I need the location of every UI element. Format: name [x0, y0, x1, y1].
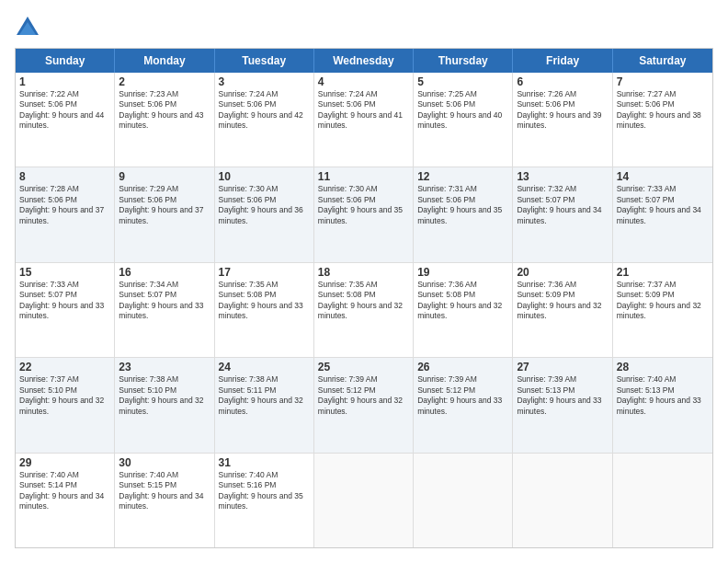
day-number: 16: [119, 266, 210, 279]
cell-info: Sunrise: 7:24 AM Sunset: 5:06 PM Dayligh…: [318, 89, 409, 132]
day-number: 31: [219, 456, 310, 469]
calendar-day-30: 30 Sunrise: 7:40 AM Sunset: 5:15 PM Dayl…: [115, 454, 214, 547]
logo-icon: [15, 15, 40, 40]
calendar-week-4: 22 Sunrise: 7:37 AM Sunset: 5:10 PM Dayl…: [16, 358, 712, 453]
calendar-empty-cell: [613, 454, 712, 547]
calendar-body: 1 Sunrise: 7:22 AM Sunset: 5:06 PM Dayli…: [16, 73, 712, 547]
day-number: 20: [517, 266, 608, 279]
day-number: 21: [617, 266, 709, 279]
calendar-day-17: 17 Sunrise: 7:35 AM Sunset: 5:08 PM Dayl…: [215, 263, 314, 357]
cell-info: Sunrise: 7:40 AM Sunset: 5:15 PM Dayligh…: [119, 470, 210, 512]
cell-info: Sunrise: 7:40 AM Sunset: 5:16 PM Dayligh…: [219, 470, 310, 512]
calendar-empty-cell: [513, 454, 612, 547]
day-number: 9: [119, 170, 210, 183]
calendar-week-3: 15 Sunrise: 7:33 AM Sunset: 5:07 PM Dayl…: [16, 263, 712, 358]
calendar-empty-cell: [314, 454, 414, 547]
calendar-week-1: 1 Sunrise: 7:22 AM Sunset: 5:06 PM Dayli…: [16, 73, 712, 167]
calendar-day-11: 11 Sunrise: 7:30 AM Sunset: 5:06 PM Dayl…: [314, 167, 414, 261]
cell-info: Sunrise: 7:35 AM Sunset: 5:08 PM Dayligh…: [219, 280, 310, 322]
cell-info: Sunrise: 7:39 AM Sunset: 5:12 PM Dayligh…: [417, 374, 508, 417]
cell-info: Sunrise: 7:40 AM Sunset: 5:13 PM Dayligh…: [617, 374, 709, 417]
calendar-day-16: 16 Sunrise: 7:34 AM Sunset: 5:07 PM Dayl…: [115, 263, 214, 357]
header-day-friday: Friday: [513, 49, 612, 73]
day-number: 7: [617, 75, 709, 88]
calendar-day-12: 12 Sunrise: 7:31 AM Sunset: 5:06 PM Dayl…: [414, 167, 513, 261]
calendar-day-31: 31 Sunrise: 7:40 AM Sunset: 5:16 PM Dayl…: [215, 454, 314, 547]
header-day-saturday: Saturday: [613, 49, 712, 73]
cell-info: Sunrise: 7:40 AM Sunset: 5:14 PM Dayligh…: [19, 470, 110, 512]
cell-info: Sunrise: 7:39 AM Sunset: 5:12 PM Dayligh…: [318, 374, 409, 417]
cell-info: Sunrise: 7:37 AM Sunset: 5:10 PM Dayligh…: [19, 374, 110, 417]
day-number: 25: [318, 361, 409, 373]
calendar-day-29: 29 Sunrise: 7:40 AM Sunset: 5:14 PM Dayl…: [16, 454, 115, 547]
calendar-day-2: 2 Sunrise: 7:23 AM Sunset: 5:06 PM Dayli…: [115, 73, 214, 167]
day-number: 27: [517, 361, 608, 373]
cell-info: Sunrise: 7:31 AM Sunset: 5:06 PM Dayligh…: [417, 184, 508, 226]
calendar-day-28: 28 Sunrise: 7:40 AM Sunset: 5:13 PM Dayl…: [613, 358, 712, 452]
day-number: 8: [19, 170, 110, 183]
cell-info: Sunrise: 7:22 AM Sunset: 5:06 PM Dayligh…: [19, 89, 110, 132]
header-day-monday: Monday: [115, 49, 214, 73]
calendar-day-22: 22 Sunrise: 7:37 AM Sunset: 5:10 PM Dayl…: [16, 358, 115, 452]
day-number: 14: [617, 170, 709, 183]
day-number: 29: [19, 456, 110, 469]
logo: [15, 15, 44, 40]
calendar-day-9: 9 Sunrise: 7:29 AM Sunset: 5:06 PM Dayli…: [115, 167, 214, 261]
cell-info: Sunrise: 7:35 AM Sunset: 5:08 PM Dayligh…: [318, 280, 409, 322]
day-number: 2: [119, 75, 210, 88]
day-number: 12: [417, 170, 508, 183]
day-number: 10: [219, 170, 310, 183]
cell-info: Sunrise: 7:28 AM Sunset: 5:06 PM Dayligh…: [19, 184, 110, 226]
header-day-thursday: Thursday: [414, 49, 513, 73]
header: [15, 15, 713, 40]
calendar-day-15: 15 Sunrise: 7:33 AM Sunset: 5:07 PM Dayl…: [16, 263, 115, 357]
day-number: 28: [617, 361, 709, 373]
header-day-tuesday: Tuesday: [215, 49, 314, 73]
day-number: 1: [19, 75, 110, 88]
cell-info: Sunrise: 7:37 AM Sunset: 5:09 PM Dayligh…: [617, 280, 709, 322]
calendar: SundayMondayTuesdayWednesdayThursdayFrid…: [15, 48, 713, 548]
day-number: 3: [219, 75, 310, 88]
cell-info: Sunrise: 7:23 AM Sunset: 5:06 PM Dayligh…: [119, 89, 210, 132]
calendar-header: SundayMondayTuesdayWednesdayThursdayFrid…: [16, 49, 712, 73]
calendar-day-1: 1 Sunrise: 7:22 AM Sunset: 5:06 PM Dayli…: [16, 73, 115, 167]
cell-info: Sunrise: 7:34 AM Sunset: 5:07 PM Dayligh…: [119, 280, 210, 322]
cell-info: Sunrise: 7:30 AM Sunset: 5:06 PM Dayligh…: [219, 184, 310, 226]
cell-info: Sunrise: 7:36 AM Sunset: 5:09 PM Dayligh…: [517, 280, 608, 322]
day-number: 22: [19, 361, 110, 373]
calendar-day-8: 8 Sunrise: 7:28 AM Sunset: 5:06 PM Dayli…: [16, 167, 115, 261]
day-number: 17: [219, 266, 310, 279]
day-number: 19: [417, 266, 508, 279]
day-number: 30: [119, 456, 210, 469]
calendar-day-19: 19 Sunrise: 7:36 AM Sunset: 5:08 PM Dayl…: [414, 263, 513, 357]
day-number: 24: [219, 361, 310, 373]
calendar-day-13: 13 Sunrise: 7:32 AM Sunset: 5:07 PM Dayl…: [513, 167, 612, 261]
cell-info: Sunrise: 7:32 AM Sunset: 5:07 PM Dayligh…: [517, 184, 608, 226]
cell-info: Sunrise: 7:38 AM Sunset: 5:11 PM Dayligh…: [219, 374, 310, 417]
cell-info: Sunrise: 7:29 AM Sunset: 5:06 PM Dayligh…: [119, 184, 210, 226]
cell-info: Sunrise: 7:36 AM Sunset: 5:08 PM Dayligh…: [417, 280, 508, 322]
day-number: 4: [318, 75, 409, 88]
day-number: 11: [318, 170, 409, 183]
calendar-empty-cell: [414, 454, 513, 547]
day-number: 23: [119, 361, 210, 373]
calendar-week-2: 8 Sunrise: 7:28 AM Sunset: 5:06 PM Dayli…: [16, 167, 712, 262]
cell-info: Sunrise: 7:38 AM Sunset: 5:10 PM Dayligh…: [119, 374, 210, 417]
day-number: 15: [19, 266, 110, 279]
cell-info: Sunrise: 7:33 AM Sunset: 5:07 PM Dayligh…: [617, 184, 709, 226]
calendar-day-4: 4 Sunrise: 7:24 AM Sunset: 5:06 PM Dayli…: [314, 73, 414, 167]
calendar-day-21: 21 Sunrise: 7:37 AM Sunset: 5:09 PM Dayl…: [613, 263, 712, 357]
calendar-day-14: 14 Sunrise: 7:33 AM Sunset: 5:07 PM Dayl…: [613, 167, 712, 261]
calendar-day-3: 3 Sunrise: 7:24 AM Sunset: 5:06 PM Dayli…: [215, 73, 314, 167]
page: SundayMondayTuesdayWednesdayThursdayFrid…: [0, 0, 728, 563]
day-number: 26: [417, 361, 508, 373]
cell-info: Sunrise: 7:30 AM Sunset: 5:06 PM Dayligh…: [318, 184, 409, 226]
calendar-day-26: 26 Sunrise: 7:39 AM Sunset: 5:12 PM Dayl…: [414, 358, 513, 452]
day-number: 6: [517, 75, 608, 88]
cell-info: Sunrise: 7:33 AM Sunset: 5:07 PM Dayligh…: [19, 280, 110, 322]
calendar-day-6: 6 Sunrise: 7:26 AM Sunset: 5:06 PM Dayli…: [513, 73, 612, 167]
cell-info: Sunrise: 7:27 AM Sunset: 5:06 PM Dayligh…: [617, 89, 709, 132]
day-number: 5: [417, 75, 508, 88]
calendar-week-5: 29 Sunrise: 7:40 AM Sunset: 5:14 PM Dayl…: [16, 454, 712, 547]
calendar-day-27: 27 Sunrise: 7:39 AM Sunset: 5:13 PM Dayl…: [513, 358, 612, 452]
